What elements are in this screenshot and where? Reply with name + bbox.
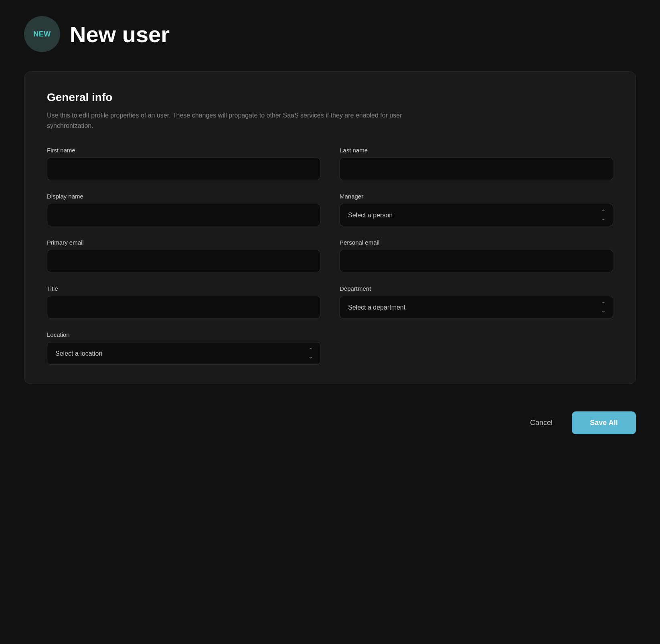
personal-email-label: Personal email [340,239,613,246]
first-name-input[interactable] [47,158,320,180]
manager-select-wrapper: Select a person [340,204,613,226]
primary-email-field: Primary email [47,239,320,272]
location-field: Location Select a location [47,331,320,365]
avatar-badge-text: NEW [33,30,51,38]
department-field: Department Select a department [340,285,613,318]
department-select[interactable]: Select a department [340,296,613,318]
section-description: Use this to edit profile properties of a… [47,110,408,131]
primary-email-input[interactable] [47,250,320,272]
last-name-input[interactable] [340,158,613,180]
manager-label: Manager [340,193,613,200]
personal-email-input[interactable] [340,250,613,272]
first-name-label: First name [47,147,320,154]
title-label: Title [47,285,320,292]
last-name-field: Last name [340,147,613,180]
display-name-label: Display name [47,193,320,200]
location-select[interactable]: Select a location [47,342,320,365]
department-label: Department [340,285,613,292]
first-name-field: First name [47,147,320,180]
section-title: General info [47,91,613,104]
manager-select[interactable]: Select a person [340,204,613,226]
title-input[interactable] [47,296,320,318]
display-name-input[interactable] [47,204,320,226]
form-grid: First name Last name Display name Manage… [47,147,613,365]
page-header: NEW New user [24,16,636,52]
personal-email-field: Personal email [340,239,613,272]
general-info-card: General info Use this to edit profile pr… [24,71,636,384]
primary-email-label: Primary email [47,239,320,246]
title-field: Title [47,285,320,318]
department-select-wrapper: Select a department [340,296,613,318]
footer-actions: Cancel Save All [24,403,636,442]
location-select-wrapper: Select a location [47,342,320,365]
save-all-button[interactable]: Save All [572,411,636,434]
location-label: Location [47,331,320,338]
display-name-field: Display name [47,193,320,226]
cancel-button[interactable]: Cancel [519,412,564,433]
last-name-label: Last name [340,147,613,154]
avatar: NEW [24,16,60,52]
manager-field: Manager Select a person [340,193,613,226]
page-title: New user [70,21,170,47]
